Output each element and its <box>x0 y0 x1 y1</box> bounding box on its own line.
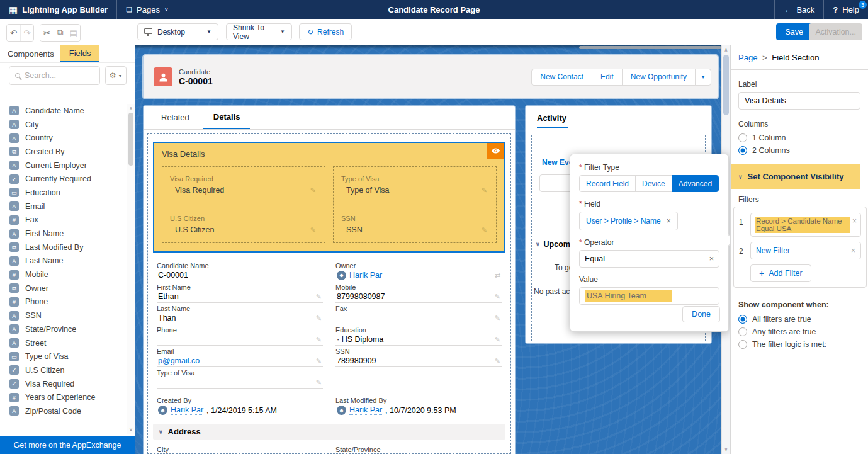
sidebar-field-item[interactable]: #Mobile <box>0 268 126 281</box>
sidebar-field-item[interactable]: ▭Type of Visa <box>0 349 126 363</box>
copy-button[interactable]: ⧉ <box>54 25 67 41</box>
filter-pill[interactable]: Record > Candidate Name Equal USA× <box>750 213 861 237</box>
visibility-eye-icon[interactable] <box>487 143 504 159</box>
search-input[interactable] <box>25 71 94 80</box>
tab-related[interactable]: Related <box>151 106 200 129</box>
sidebar-field-item[interactable]: ACurrent Employer <box>0 159 126 173</box>
record-detail-panel[interactable]: Related Details Visa Details Visa Requir… <box>144 106 515 454</box>
breadcrumb-page-link[interactable]: Page <box>738 53 757 62</box>
tab-components[interactable]: Components <box>0 45 60 62</box>
sidebar-field-item[interactable]: AFirst Name <box>0 227 126 241</box>
new-event-input-box[interactable] <box>539 174 572 192</box>
edit-pencil-icon[interactable]: ✎ <box>316 336 322 344</box>
show-when-option[interactable]: The filter logic is met: <box>731 338 868 351</box>
sidebar-field-item[interactable]: AZip/Postal Code <box>0 404 126 418</box>
detail-field-value[interactable]: ✎ <box>157 334 323 346</box>
sidebar-field-item[interactable]: ALast Name <box>0 254 126 268</box>
sidebar-field-item[interactable]: AStreet <box>0 336 126 350</box>
canvas-horizontal-scrollbar[interactable] <box>579 46 721 49</box>
remove-filter-icon[interactable]: × <box>852 217 857 225</box>
activation-button[interactable]: Activation... <box>809 23 862 40</box>
sidebar-field-item[interactable]: ⧉Last Modified By <box>0 241 126 254</box>
remove-field-icon[interactable]: × <box>667 217 671 225</box>
sidebar-field-item[interactable]: ▭Education <box>0 186 126 200</box>
scroll-up-icon[interactable]: ∧ <box>722 47 730 53</box>
detail-field-value[interactable]: ✎ <box>157 377 323 389</box>
edit-pencil-icon[interactable]: ✎ <box>316 293 322 301</box>
value-input[interactable]: USA Hiring Team <box>579 287 719 305</box>
record-action-new-contact[interactable]: New Contact <box>531 69 592 86</box>
sidebar-field-item[interactable]: ACandidate Name <box>0 104 126 118</box>
sidebar-field-item[interactable]: AState/Province <box>0 322 126 336</box>
scroll-up-icon[interactable]: ∧ <box>127 106 135 111</box>
scroll-down-icon[interactable]: ∨ <box>722 446 730 452</box>
change-owner-icon[interactable]: ⇄ <box>495 271 500 280</box>
sidebar-field-item[interactable]: ✓Visa Required <box>0 377 126 391</box>
visa-field-value[interactable]: Type of Visa✎ <box>341 183 488 195</box>
visa-field-value[interactable]: SSN✎ <box>341 222 488 234</box>
sidebar-field-item[interactable]: #Years of Experience <box>0 390 126 404</box>
detail-field-text[interactable]: p@gmail.co <box>158 356 200 365</box>
record-highlights-panel[interactable]: Candidate C-00001 New ContactEditNew Opp… <box>144 55 718 98</box>
sidebar-field-item[interactable]: ✓Currently Required <box>0 172 126 186</box>
scroll-down-icon[interactable]: ∨ <box>127 427 135 433</box>
edit-pencil-icon[interactable]: ✎ <box>495 293 500 301</box>
tab-fields[interactable]: Fields <box>60 45 100 62</box>
field-section-component[interactable]: Visa Details Visa RequiredVisa Required✎… <box>147 133 511 454</box>
sidebar-field-item[interactable]: ACity <box>0 118 126 132</box>
filter-pill[interactable]: New Filter× <box>750 242 861 259</box>
tab-details[interactable]: Details <box>203 106 251 129</box>
back-button[interactable]: ← Back <box>775 0 823 19</box>
show-when-option[interactable]: All filters are true <box>731 313 868 326</box>
settings-dropdown-button[interactable]: ⚙ ▼ <box>105 66 127 85</box>
detail-field-value[interactable]: · HS Diploma✎ <box>335 334 502 346</box>
visa-field-value[interactable]: Visa Required✎ <box>170 183 317 195</box>
audit-user-link[interactable]: Harik Par <box>171 406 203 415</box>
detail-field-value[interactable]: p@gmail.co✎ <box>157 355 323 367</box>
sidebar-field-item[interactable]: ⧉Created By <box>0 145 126 159</box>
detail-field-value[interactable]: ☻Harik Par⇄ <box>335 270 502 281</box>
field-value-pill[interactable]: User > Profile > Name × <box>579 212 678 230</box>
sidebar-field-item[interactable]: AEmail <box>0 200 126 213</box>
sidebar-field-item[interactable]: #Fax <box>0 213 126 227</box>
refresh-button[interactable]: ↻ Refresh <box>299 23 352 40</box>
detail-field-value[interactable]: 87998080987✎ <box>335 291 502 303</box>
help-button[interactable]: ? Help 3 <box>824 0 868 19</box>
sidebar-field-item[interactable]: ACountry <box>0 131 126 145</box>
edit-pencil-icon[interactable]: ✎ <box>495 314 500 322</box>
done-button[interactable]: Done <box>682 306 720 322</box>
redo-button[interactable]: ↷ <box>20 25 33 41</box>
edit-pencil-icon[interactable]: ✎ <box>316 357 322 365</box>
filter-type-device[interactable]: Device <box>635 175 672 192</box>
visa-field-value[interactable]: U.S Citizen✎ <box>170 222 317 234</box>
detail-field-value[interactable]: Ethan✎ <box>157 291 323 303</box>
detail-field-value[interactable]: 789980909✎ <box>335 355 502 367</box>
sidebar-field-item[interactable]: ✓U.S Citizen <box>0 363 126 377</box>
edit-pencil-icon[interactable]: ✎ <box>316 314 322 322</box>
columns-option[interactable]: 2 Columns <box>731 144 868 157</box>
paste-button[interactable]: ▤ <box>67 25 80 41</box>
sidebar-field-item[interactable]: #Phone <box>0 295 126 309</box>
record-action-new-opportunity[interactable]: New Opportunity <box>622 69 696 86</box>
save-button[interactable]: Save <box>776 23 813 40</box>
scrollbar-thumb[interactable] <box>723 55 729 115</box>
detail-field-value[interactable]: Than✎ <box>157 312 323 324</box>
scrollbar-thumb[interactable] <box>128 113 133 166</box>
visa-details-section-selected[interactable]: Visa Details Visa RequiredVisa Required✎… <box>153 142 505 253</box>
operator-input[interactable]: Equal × <box>579 250 719 268</box>
edit-pencil-icon[interactable]: ✎ <box>316 378 322 387</box>
detail-field-value[interactable]: ✎ <box>335 312 502 324</box>
clear-operator-icon[interactable]: × <box>709 254 714 263</box>
device-selector[interactable]: Desktop ▼ <box>137 23 218 40</box>
label-input[interactable]: Visa Details <box>738 92 860 110</box>
search-input-box[interactable] <box>9 66 100 85</box>
filter-type-advanced[interactable]: Advanced <box>672 175 719 192</box>
sidebar-field-item[interactable]: ASSN <box>0 309 126 322</box>
appexchange-button[interactable]: Get more on the AppExchange <box>0 436 135 454</box>
address-section-header[interactable]: ∨ Address <box>153 424 505 440</box>
show-when-option[interactable]: Any filters are true <box>731 326 868 338</box>
sidebar-field-item[interactable]: ⧉Owner <box>0 281 126 295</box>
filter-type-record-field[interactable]: Record Field <box>579 175 636 192</box>
pages-menu[interactable]: ❏ Pages ∨ <box>117 0 177 19</box>
remove-filter-icon[interactable]: × <box>851 246 855 255</box>
